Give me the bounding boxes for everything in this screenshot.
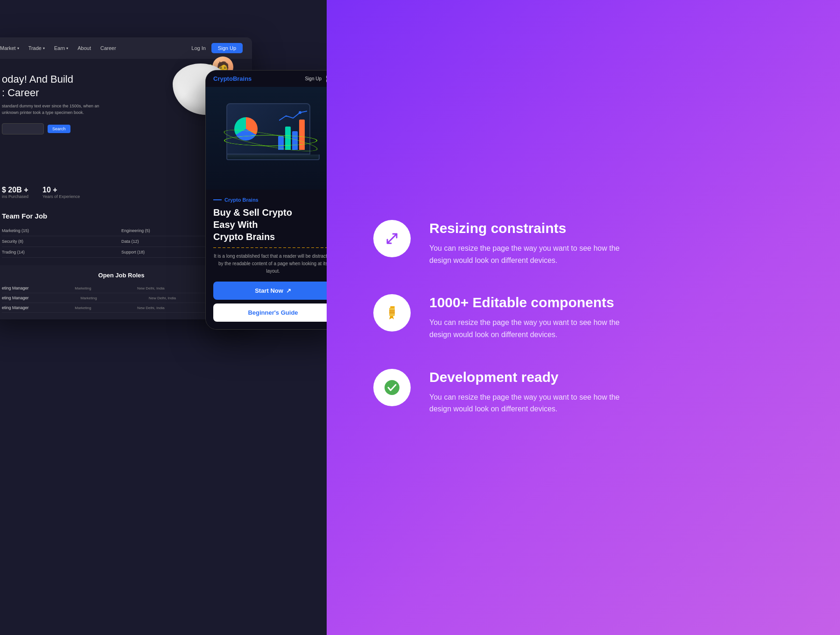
feature-text-editable: 1000+ Editable components You can resize…: [429, 294, 625, 340]
nav-career[interactable]: Career: [100, 45, 116, 51]
nav-about[interactable]: About: [77, 45, 91, 51]
feature-text-resizing: Resizing constraints You can resize the …: [429, 220, 625, 266]
mobile-brand: CryptoBrains: [213, 75, 252, 82]
feature-dev-ready: Development ready You can resize the pag…: [373, 369, 803, 415]
feature-icon-dev-ready: [373, 369, 411, 406]
nav-earn[interactable]: Earn ▾: [54, 45, 68, 51]
pencil-icon: [384, 304, 400, 321]
tagline-dash: [213, 199, 222, 200]
feature-text-dev-ready: Development ready You can resize the pag…: [429, 369, 625, 415]
grid-dot: [326, 76, 327, 78]
feature-desc-dev-ready: You can resize the page the way you want…: [429, 391, 625, 415]
mobile-header: CryptoBrains Sign Up: [206, 71, 327, 87]
search-input[interactable]: [2, 123, 44, 134]
nav-actions: Log In Sign Up: [191, 43, 243, 53]
stat-coins: $ 20B + ins Purchased: [2, 186, 28, 199]
search-button[interactable]: Search: [48, 125, 70, 133]
beginners-guide-button[interactable]: Beginner's Guide: [213, 303, 327, 322]
feature-editable: 1000+ Editable components You can resize…: [373, 294, 803, 340]
mobile-content: Crypto Brains Buy & Sell Crypto Easy Wit…: [206, 190, 327, 329]
feature-title-dev-ready: Development ready: [429, 369, 625, 386]
start-now-button[interactable]: Start Now ↗: [213, 282, 327, 300]
feature-icon-editable: [373, 294, 411, 332]
signup-button[interactable]: Sign Up: [211, 43, 243, 53]
stat-number-coins: $ 20B +: [2, 186, 28, 194]
mobile-mockup: CryptoBrains Sign Up: [205, 70, 327, 330]
svg-rect-1: [390, 306, 395, 308]
stat-experience: 10 + Years of Experience: [42, 186, 80, 199]
mobile-hero-title: Buy & Sell Crypto Easy With Crypto Brain…: [213, 206, 327, 243]
stat-label-coins: ins Purchased: [2, 194, 28, 199]
feature-desc-resizing: You can resize the page the way you want…: [429, 242, 625, 266]
desktop-navbar: Market ▾ Trade ▾ Earn ▾ About Career Log…: [0, 37, 252, 59]
nav-trade[interactable]: Trade ▾: [28, 45, 45, 51]
mobile-nav-actions: Sign Up: [305, 76, 327, 82]
job-tag-2[interactable]: Security (8): [2, 236, 121, 247]
check-circle-icon: [383, 378, 401, 397]
grid-dot: [326, 79, 327, 82]
stat-number-exp: 10 +: [42, 186, 80, 194]
chevron-down-icon: ▾: [66, 46, 68, 50]
hero-subtitle: standard dummy text ever since the 1500s…: [2, 103, 105, 116]
chevron-down-icon: ▾: [17, 46, 19, 50]
mobile-hero-image: [206, 87, 327, 190]
feature-title-resizing: Resizing constraints: [429, 220, 625, 237]
stat-label-exp: Years of Experience: [42, 194, 80, 199]
resize-icon: [384, 230, 400, 247]
feature-resizing: Resizing constraints You can resize the …: [373, 220, 803, 266]
feature-title-editable: 1000+ Editable components: [429, 294, 625, 311]
mobile-tagline: Crypto Brains: [213, 197, 327, 203]
svg-point-5: [385, 380, 399, 395]
mobile-body-text: It is a long established fact that a rea…: [213, 253, 327, 275]
orbit-container: [222, 99, 320, 183]
mobile-divider: [213, 247, 327, 248]
tagline-text: Crypto Brains: [224, 197, 259, 203]
laptop-3d: [226, 103, 320, 173]
mobile-signup-link[interactable]: Sign Up: [305, 76, 322, 81]
arrow-icon: ↗: [286, 287, 291, 294]
feature-desc-editable: You can resize the page the way you want…: [429, 317, 625, 340]
job-tag-0[interactable]: Marketing (15): [2, 226, 121, 236]
left-panel: Market ▾ Trade ▾ Earn ▾ About Career Log…: [0, 0, 327, 635]
nav-market[interactable]: Market ▾: [0, 45, 19, 51]
feature-icon-resizing: [373, 220, 411, 257]
job-section-title: Team For Job: [2, 212, 47, 220]
svg-rect-2: [389, 308, 395, 316]
grid-icon[interactable]: [326, 76, 327, 82]
right-panel: Resizing constraints You can resize the …: [327, 0, 840, 635]
chevron-down-icon: ▾: [43, 46, 45, 50]
login-button[interactable]: Log In: [191, 45, 206, 51]
job-tag-4[interactable]: Trading (14): [2, 247, 121, 258]
